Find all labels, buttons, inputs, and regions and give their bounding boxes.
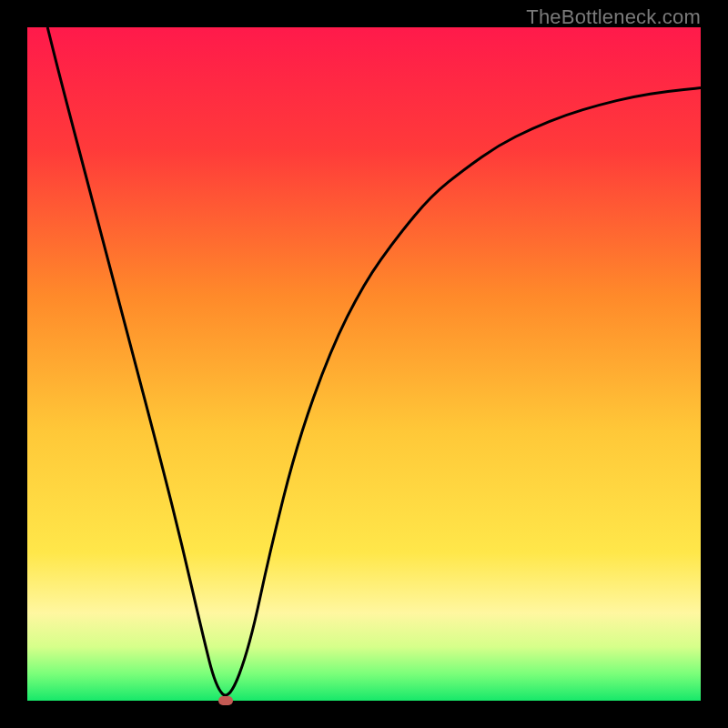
chart-frame: TheBottleneck.com	[0, 0, 728, 728]
plot-area	[27, 27, 701, 701]
optimum-marker	[218, 696, 233, 705]
bottleneck-curve	[27, 27, 701, 701]
watermark-text: TheBottleneck.com	[526, 5, 701, 29]
